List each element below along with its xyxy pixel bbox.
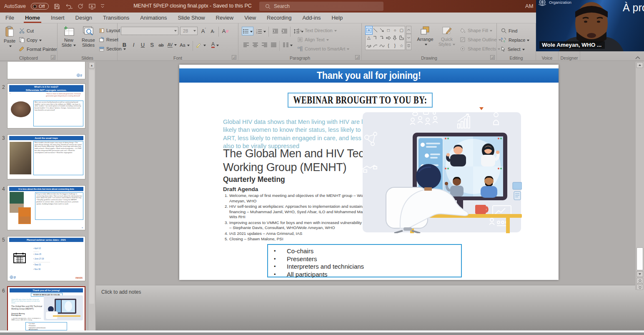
new-slide-button[interactable]: New Slide (60, 26, 78, 48)
convert-smartart-button[interactable]: Convert to SmartArt (298, 46, 349, 51)
font-dialog-launcher[interactable]: ◿ (232, 55, 236, 60)
font-size-combo[interactable]: 28 (180, 27, 198, 35)
notes-placeholder[interactable]: Click to add notes (101, 289, 141, 295)
tab-review[interactable]: Review (210, 13, 239, 23)
thumbnail-slide-2[interactable]: What's in it for me(n)? Differentiate NO… (7, 83, 85, 128)
thanks-list-box[interactable]: Co-chairs Presenters Interpreters and te… (267, 244, 462, 277)
gallery-down-icon[interactable] (406, 34, 411, 42)
scroll-up-icon[interactable] (636, 62, 643, 68)
copy-button[interactable]: Copy (19, 37, 42, 43)
slide-canvas[interactable]: Thank you all for joining! WEBINAR BROUG… (179, 65, 559, 280)
reuse-slides-button[interactable]: Reuse Slides (79, 26, 98, 48)
bold-button[interactable]: B (120, 40, 129, 49)
underline-button[interactable]: U (138, 40, 147, 49)
grow-font-button[interactable]: Aˆ (199, 27, 208, 35)
start-presentation-icon[interactable] (89, 3, 95, 10)
paste-button[interactable]: Paste (3, 26, 17, 48)
thumbnail-panel-scrollbar[interactable]: ▲ (88, 62, 95, 330)
tab-slideshow[interactable]: Slide Show (172, 13, 210, 23)
account-initials-badge[interactable]: AM (525, 3, 534, 9)
customize-qat-icon[interactable] (100, 4, 105, 9)
thumbnail-scroll-up-icon[interactable]: ▲ (89, 62, 95, 68)
shape-outline-button[interactable]: Shape Outline (460, 37, 501, 42)
justify-button[interactable] (269, 40, 278, 49)
shrink-font-button[interactable]: Aˇ (208, 27, 217, 35)
decrease-indent-button[interactable] (271, 27, 280, 35)
shape-elbow-arrow[interactable] (378, 34, 385, 42)
shape-effects-button[interactable]: Shape Effects (460, 46, 500, 51)
thumbnail-slide-1[interactable] (7, 62, 85, 79)
text-direction-button[interactable]: A Text Direction (298, 28, 337, 33)
thumbnail-slide-3[interactable]: Avoid the usual traps New models should … (7, 134, 85, 179)
tab-home[interactable]: Home (20, 13, 45, 23)
redo-icon[interactable] (78, 3, 84, 10)
shape-block-arrow-down[interactable] (392, 34, 398, 42)
tab-recording[interactable]: Recording (261, 13, 297, 23)
tab-design[interactable]: Design (70, 13, 98, 23)
shape-corner[interactable] (398, 34, 405, 42)
search-box[interactable]: Search (259, 2, 383, 11)
align-text-button[interactable]: Align Text (298, 37, 329, 42)
undo-icon[interactable] (65, 3, 73, 10)
tab-addins[interactable]: Add-ins (297, 13, 326, 23)
shape-arc[interactable] (372, 42, 379, 50)
collapse-ribbon-icon[interactable] (635, 56, 642, 61)
shape-scribble[interactable] (366, 42, 372, 50)
webinar-banner-box[interactable]: WEBINAR BROUGHT TO YOU BY: (288, 93, 433, 108)
intro-paragraph[interactable]: Global HIV data shows that Men living wi… (223, 118, 386, 150)
autosave-toggle[interactable]: Off (31, 3, 48, 10)
thumbnail-slide-4[interactable]: It is less about the dots but more about… (7, 185, 85, 230)
shape-triangle[interactable]: △ (366, 34, 372, 42)
notes-pane[interactable]: Click to add notes (96, 285, 644, 330)
shape-rectangle[interactable]: □ (385, 26, 392, 34)
strikethrough-button[interactable]: ab (157, 40, 165, 49)
thumbnail-slide-5[interactable]: Planned webinar series dates - 2021 • Ap… (7, 236, 85, 281)
character-spacing-button[interactable]: AV (167, 40, 178, 49)
columns-button[interactable] (282, 40, 293, 49)
font-color-button[interactable]: A (209, 40, 221, 49)
tab-help[interactable]: Help (326, 13, 348, 23)
shape-fill-button[interactable]: Shape Fill (460, 28, 492, 33)
scrollbar-thumb[interactable] (636, 247, 643, 270)
scroll-down-icon[interactable] (636, 271, 643, 277)
tab-file[interactable]: File (0, 13, 20, 23)
clear-formatting-button[interactable]: A (221, 27, 230, 35)
save-icon[interactable] (54, 3, 60, 10)
shape-elbow[interactable] (372, 34, 379, 42)
gallery-up-icon[interactable] (406, 26, 411, 34)
change-case-button[interactable]: Aa (179, 40, 190, 49)
clipboard-dialog-launcher[interactable]: ◿ (51, 55, 55, 60)
thumbnail-slide-6-selected[interactable]: Thank you all for joining! WEBINAR BROUG… (7, 286, 85, 330)
find-button[interactable]: Find (501, 28, 517, 33)
select-button[interactable]: Select (501, 46, 525, 52)
numbering-button[interactable]: 123 (255, 27, 267, 35)
text-shadow-button[interactable]: S (148, 40, 156, 49)
next-slide-icon[interactable] (636, 284, 643, 290)
align-left-button[interactable] (242, 40, 251, 49)
slide-subheading[interactable]: Quarterly Meeting (223, 175, 285, 184)
shapes-gallery-scroll[interactable] (406, 26, 411, 50)
format-painter-button[interactable]: Format Painter (19, 46, 57, 52)
shape-curve[interactable] (378, 42, 385, 50)
shape-line[interactable] (372, 26, 379, 34)
bullets-button[interactable] (242, 27, 253, 35)
align-right-button[interactable] (260, 40, 269, 49)
shape-star[interactable]: ☆ (398, 42, 405, 50)
tab-animations[interactable]: Animations (135, 13, 172, 23)
reset-button[interactable]: Reset (99, 37, 118, 42)
quick-styles-button[interactable]: Quick Styles (437, 26, 457, 47)
shape-textbox[interactable]: A (366, 26, 372, 34)
font-name-combo[interactable] (121, 27, 178, 35)
drawing-dialog-launcher[interactable]: ◿ (490, 55, 495, 60)
editor-vertical-scrollbar[interactable] (635, 62, 644, 290)
shape-rounded-rectangle[interactable]: ▢ (398, 26, 405, 34)
shape-brace-left[interactable]: { (385, 42, 392, 50)
shapes-gallery[interactable]: A □ ○ ▢ △ { } ☆ (365, 26, 405, 50)
previous-slide-icon[interactable] (636, 278, 643, 284)
shape-block-arrow-right[interactable] (385, 34, 392, 42)
tab-view[interactable]: View (239, 13, 261, 23)
agenda-list[interactable]: Welcome, recap of first meeting and obje… (223, 193, 375, 242)
increase-indent-button[interactable] (280, 27, 289, 35)
shape-oval[interactable]: ○ (392, 26, 398, 34)
thumbnail-scrollbar-thumb[interactable] (89, 70, 94, 304)
